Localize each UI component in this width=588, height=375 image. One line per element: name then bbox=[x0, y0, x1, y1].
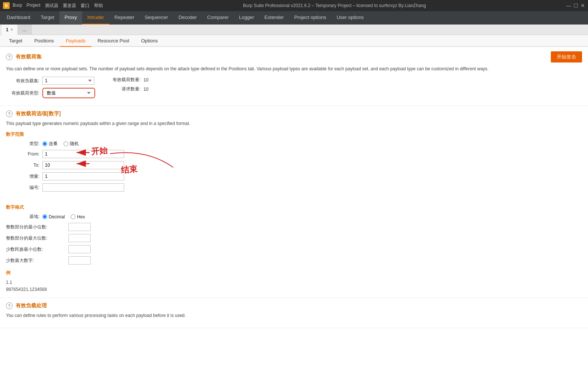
tab-1-label: 1 bbox=[6, 27, 9, 32]
tab-payloads[interactable]: Payloads bbox=[60, 35, 91, 47]
tab-positions[interactable]: Positions bbox=[28, 35, 60, 47]
nav-extender[interactable]: Extender bbox=[259, 11, 289, 25]
to-label: To: bbox=[6, 163, 39, 168]
example-group: 例 1.1 987654321.1234568 bbox=[6, 270, 582, 293]
payload-processing-description: You can define rules to perform various … bbox=[6, 312, 582, 319]
payload-options-help[interactable]: ? bbox=[6, 110, 13, 117]
increment-row: 增量: bbox=[6, 172, 582, 180]
payload-sets-help[interactable]: ? bbox=[6, 54, 13, 60]
menu-help[interactable]: 帮助 bbox=[94, 3, 103, 9]
base-label: 基地: bbox=[6, 214, 39, 220]
example-value-2: 987654321.1234568 bbox=[6, 286, 582, 293]
tab-bar: 1 × … bbox=[0, 25, 588, 35]
payload-sets-title: ? 有效载荷集 bbox=[6, 54, 42, 60]
menu-project[interactable]: Project bbox=[26, 3, 40, 9]
tab-1-close[interactable]: × bbox=[11, 28, 13, 32]
base-hex-radio[interactable] bbox=[71, 214, 75, 219]
close-button[interactable]: ✕ bbox=[581, 3, 585, 9]
type-sequential[interactable]: 连番 bbox=[42, 141, 58, 147]
payload-options-title: ? 有效载荷选项[数字] bbox=[6, 110, 582, 117]
nav-decoder[interactable]: Decoder bbox=[173, 11, 202, 25]
main-nav: Dashboard Target Proxy Intruder Repeater… bbox=[0, 11, 588, 25]
sub-nav: Target Positions Payloads Resource Pool … bbox=[0, 35, 588, 47]
menu-tester[interactable]: 测试器 bbox=[45, 3, 58, 9]
content-area: ? 有效载荷集 开始攻击 You can define one or more … bbox=[0, 47, 588, 375]
payload-processing-section: ? 有效负载处理 You can define rules to perform… bbox=[0, 298, 588, 328]
max-int-input[interactable] bbox=[68, 234, 91, 242]
max-frac-row: 少数最大数字: bbox=[6, 256, 582, 265]
request-count-label: 请求数量: bbox=[107, 86, 140, 92]
number-input[interactable] bbox=[42, 183, 124, 192]
titlebar-menu: Burp Project 测试器 重发器 窗口 帮助 bbox=[13, 3, 103, 9]
tab-more-label: … bbox=[22, 27, 27, 32]
to-row: To: bbox=[6, 161, 582, 169]
max-int-row: 整数部分的最大位数: bbox=[6, 234, 582, 242]
request-count-row: 请求数量: 10 bbox=[107, 86, 148, 92]
payload-options-description: This payload type generates numeric payl… bbox=[6, 120, 582, 127]
nav-repeater[interactable]: Repeater bbox=[109, 11, 139, 25]
nav-intruder[interactable]: Intruder bbox=[82, 11, 109, 25]
payload-count-label: 有效载荷数量: bbox=[107, 77, 140, 83]
max-int-label: 整数部分的最大位数: bbox=[6, 235, 65, 241]
base-decimal[interactable]: Decimal bbox=[42, 214, 65, 219]
base-radio-group: Decimal Hex bbox=[42, 214, 85, 219]
base-hex[interactable]: Hex bbox=[71, 214, 85, 219]
number-label: 编号: bbox=[6, 185, 39, 191]
payload-type-label: 有效载荷类型: bbox=[6, 90, 39, 96]
window-controls[interactable]: — ☐ ✕ bbox=[566, 3, 585, 9]
tab-1[interactable]: 1 × bbox=[1, 25, 18, 35]
payload-options-section: ? 有效载荷选项[数字] This payload type generates… bbox=[0, 106, 588, 298]
start-attack-button[interactable]: 开始攻击 bbox=[551, 51, 582, 62]
increment-label: 增量: bbox=[6, 173, 39, 180]
tab-more[interactable]: … bbox=[18, 25, 32, 35]
min-int-input[interactable] bbox=[68, 223, 91, 231]
type-radio-group: 连番 随机 bbox=[42, 141, 79, 147]
min-int-label: 整数部分的最小位数: bbox=[6, 224, 65, 230]
type-label: 类型: bbox=[6, 141, 39, 147]
nav-proxy[interactable]: Proxy bbox=[59, 11, 82, 25]
tab-resource-pool[interactable]: Resource Pool bbox=[91, 35, 135, 47]
nav-sequencer[interactable]: Sequencer bbox=[139, 11, 173, 25]
min-frac-row: 少数民族最小位数: bbox=[6, 245, 582, 253]
from-row: From: bbox=[6, 150, 582, 158]
type-random-radio[interactable] bbox=[64, 141, 68, 146]
to-input[interactable] bbox=[42, 161, 124, 169]
request-count-value: 10 bbox=[143, 87, 148, 92]
nav-logger[interactable]: Logger bbox=[234, 11, 259, 25]
number-row: 编号: bbox=[6, 183, 582, 192]
min-frac-label: 少数民族最小位数: bbox=[6, 246, 65, 253]
minimize-button[interactable]: — bbox=[566, 3, 571, 9]
min-int-row: 整数部分的最小位数: bbox=[6, 223, 582, 231]
titlebar: B Burp Project 测试器 重发器 窗口 帮助 Burp Suite … bbox=[0, 0, 588, 11]
burp-icon: B bbox=[3, 2, 10, 9]
example-title: 例 bbox=[6, 270, 582, 276]
from-input[interactable] bbox=[42, 150, 124, 158]
min-frac-input[interactable] bbox=[68, 245, 91, 253]
tab-target[interactable]: Target bbox=[3, 35, 28, 47]
menu-repeater[interactable]: 重发器 bbox=[63, 3, 76, 9]
type-sequential-radio[interactable] bbox=[42, 141, 47, 146]
payload-processing-help[interactable]: ? bbox=[6, 302, 13, 309]
base-decimal-radio[interactable] bbox=[42, 214, 47, 219]
nav-user-options[interactable]: User options bbox=[332, 11, 369, 25]
type-row: 类型: 连番 随机 bbox=[6, 141, 582, 147]
tab-options[interactable]: Options bbox=[135, 35, 164, 47]
nav-target[interactable]: Target bbox=[36, 11, 59, 25]
payload-type-highlight: 数值 bbox=[42, 88, 95, 98]
number-format-group: 数字格式 基地: Decimal Hex 整数部分的最小位数: bbox=[6, 204, 582, 265]
menu-window[interactable]: 窗口 bbox=[81, 3, 90, 9]
payload-type-select[interactable]: 数值 bbox=[45, 89, 93, 97]
maximize-button[interactable]: ☐ bbox=[574, 3, 578, 9]
payload-count-row: 有效载荷数量: 10 bbox=[107, 77, 148, 83]
nav-comparer[interactable]: Comparer bbox=[202, 11, 234, 25]
numeric-range-title: 数字范围 bbox=[6, 131, 582, 138]
payload-set-select[interactable]: 1 bbox=[42, 77, 94, 85]
window-title: Burp Suite Professional v2021.6.2 – Temp… bbox=[243, 3, 426, 8]
max-frac-input[interactable] bbox=[68, 256, 91, 265]
increment-input[interactable] bbox=[42, 172, 124, 180]
nav-project-options[interactable]: Project options bbox=[289, 11, 332, 25]
type-random[interactable]: 随机 bbox=[64, 141, 79, 147]
nav-dashboard[interactable]: Dashboard bbox=[1, 11, 36, 25]
payload-sets-description: You can define one or more payload sets.… bbox=[6, 65, 582, 72]
menu-burp[interactable]: Burp bbox=[13, 3, 22, 9]
